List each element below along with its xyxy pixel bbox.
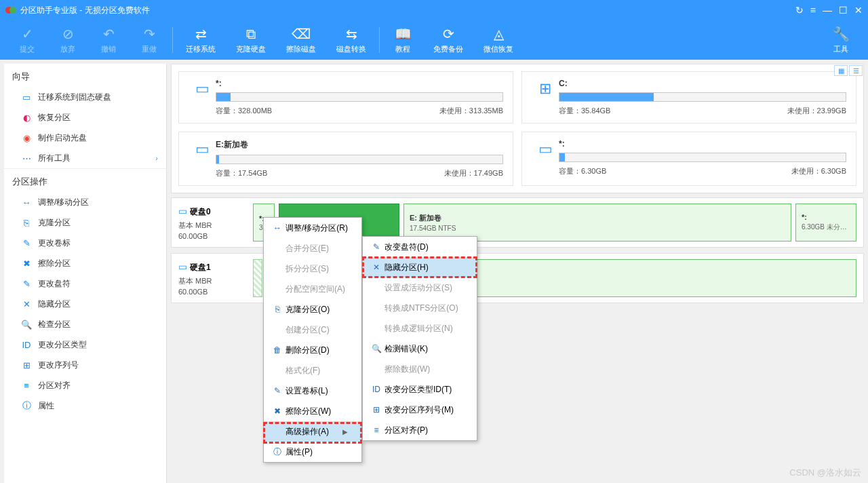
ops-item-1-icon: ⎘	[20, 218, 33, 228]
ops-item-3-icon: ✖	[20, 258, 33, 269]
menu-icon[interactable]: ≡	[810, 5, 816, 16]
menu-item[interactable]: ✕隐藏分区(H)	[363, 257, 477, 277]
convert-disk-button[interactable]: ⇆磁盘转换	[326, 22, 376, 58]
menu-item[interactable]: ⓘ属性(P)	[264, 442, 361, 462]
migrate-os-button[interactable]: ⇄迁移系统	[176, 22, 226, 58]
menu-item: 分配空闲空间(A)	[264, 279, 361, 299]
menu-item: 转换成逻辑分区(N)	[363, 318, 477, 339]
menu-item[interactable]: ⊞改变分区序列号(M)	[363, 400, 477, 420]
menu-item-label: 擦除数据(W)	[384, 364, 430, 375]
menu-item-label: 改变盘符(D)	[384, 242, 429, 253]
drive-icon: ▭	[189, 79, 216, 116]
partition-name: E:新加卷	[216, 139, 503, 151]
disk-partition[interactable]	[253, 259, 262, 297]
menu-item[interactable]: ⎘克隆分区(O)	[264, 299, 361, 320]
menu-item: 转换成NTFS分区(O)	[363, 298, 477, 318]
close-icon[interactable]: ✕	[854, 5, 863, 16]
menu-item: 拆分分区(S)	[264, 258, 361, 279]
menu-item[interactable]: ID改变分区类型ID(T)	[363, 379, 477, 400]
partition-cards: ▭ *: 容量：328.00MB未使用：313.35MB ⊞ C: 容量：35.…	[171, 64, 864, 193]
menu-item[interactable]: ↔调整/移动分区(R)	[264, 218, 361, 238]
disk-type: 基本 MBR	[178, 276, 239, 286]
wipe-disk-button[interactable]: ⌫擦除磁盘	[276, 22, 326, 58]
check-icon: ✓	[22, 26, 33, 42]
refresh-icon[interactable]: ↻	[795, 5, 804, 16]
redo-button[interactable]: ↷重做	[129, 22, 170, 58]
ops-item-10-label: 属性	[38, 400, 54, 412]
wizard-item-0[interactable]: ▭迁移系统到固态硬盘	[4, 87, 166, 107]
partition-card[interactable]: ▭ E:新加卷 容量：17.54GB未使用：17.49GB	[178, 132, 513, 186]
ops-item-4[interactable]: ✎更改盘符	[4, 273, 166, 294]
undo-button[interactable]: ↶撤销	[88, 22, 129, 58]
sidebar: 向导 ▭迁移系统到固态硬盘◐恢复分区◉制作启动光盘⋯所有工具› 分区操作 ↔调整…	[4, 64, 167, 483]
menu-item-label: 设置成活动分区(S)	[384, 282, 452, 294]
capacity-label: 容量：328.00MB	[216, 106, 272, 116]
wizard-item-0-label: 迁移系统到固态硬盘	[38, 92, 111, 103]
partition-name: C:	[559, 79, 846, 88]
ops-item-5-icon: ✕	[20, 299, 33, 309]
ops-item-8[interactable]: ⊞更改序列号	[4, 355, 166, 375]
ops-item-5[interactable]: ✕隐藏分区	[4, 294, 166, 314]
unused-label: 未使用：23.99GB	[787, 106, 846, 116]
ops-item-0-icon: ↔	[20, 197, 33, 208]
wizard-item-1[interactable]: ◐恢复分区	[4, 107, 166, 128]
ops-item-4-label: 更改盘符	[38, 278, 71, 290]
tools-button[interactable]: 🔧工具	[821, 22, 861, 58]
menu-item[interactable]: ✎改变盘符(D)	[363, 237, 477, 257]
unused-label: 未使用：17.49GB	[444, 168, 503, 178]
view-list-icon[interactable]: ☰	[849, 65, 863, 76]
tutorial-button[interactable]: 📖教程	[382, 22, 423, 58]
wizard-item-2[interactable]: ◉制作启动光盘	[4, 128, 166, 148]
ops-item-9[interactable]: ≡分区对齐	[4, 375, 166, 395]
ops-item-8-label: 更改序列号	[38, 360, 79, 371]
commit-button[interactable]: ✓提交	[7, 22, 47, 58]
disk-size: 60.00GB	[178, 288, 239, 296]
ops-item-3[interactable]: ✖擦除分区	[4, 253, 166, 273]
menu-item-label: 创建分区(C)	[285, 324, 330, 336]
minimize-icon[interactable]: —	[823, 5, 832, 16]
menu-item-label: 改变分区序列号(M)	[384, 404, 454, 416]
ops-item-6[interactable]: 🔍检查分区	[4, 314, 166, 334]
ops-item-1-label: 克隆分区	[38, 217, 71, 229]
disk-icon: ▭	[178, 206, 187, 216]
ops-item-5-label: 隐藏分区	[38, 298, 71, 310]
ops-item-0-label: 调整/移动分区	[38, 197, 89, 208]
menu-item[interactable]: ✖擦除分区(W)	[264, 401, 361, 421]
menu-item-label: 转换成逻辑分区(N)	[384, 323, 453, 334]
maximize-icon[interactable]: ☐	[839, 5, 848, 16]
convert-icon: ⇆	[346, 26, 357, 42]
wechat-recovery-button[interactable]: ◬微信恢复	[473, 22, 524, 58]
disk-type: 基本 MBR	[178, 220, 239, 231]
ops-item-0[interactable]: ↔调整/移动分区	[4, 192, 166, 212]
menu-item-icon: ⎘	[269, 305, 285, 314]
partition-card[interactable]: ▭ *: 容量：328.00MB未使用：313.35MB	[178, 71, 513, 123]
menu-item-label: 设置卷标(L)	[285, 385, 328, 397]
drives-icon: ⧉	[246, 26, 256, 42]
partition-card[interactable]: ⊞ C: 容量：35.84GB未使用：23.99GB	[521, 71, 856, 123]
menu-item[interactable]: 高级操作(A)▶	[264, 421, 361, 442]
menu-item-label: 克隆分区(O)	[285, 304, 330, 315]
unused-label: 未使用：6.30GB	[791, 166, 846, 176]
menu-item[interactable]: ≡分区对齐(P)	[363, 420, 477, 440]
ops-item-2[interactable]: ✎更改卷标	[4, 233, 166, 253]
ops-group-title: 分区操作	[4, 168, 166, 192]
partition-card[interactable]: ▭ *: 容量：6.30GB未使用：6.30GB	[521, 132, 856, 186]
menu-item[interactable]: ✎设置卷标(L)	[264, 381, 361, 401]
menu-item: 合并分区(E)	[264, 238, 361, 258]
ops-item-10[interactable]: ⓘ属性	[4, 395, 166, 416]
ops-item-2-icon: ✎	[20, 238, 33, 248]
menu-item-label: 拆分分区(S)	[285, 263, 329, 275]
ops-item-7[interactable]: ID更改分区类型	[4, 334, 166, 355]
free-backup-button[interactable]: ⟳免费备份	[423, 22, 473, 58]
chevron-right-icon: ›	[155, 154, 158, 162]
ops-item-1[interactable]: ⎘克隆分区	[4, 212, 166, 233]
wizard-item-3-icon: ⋯	[20, 153, 33, 163]
wizard-item-3[interactable]: ⋯所有工具›	[4, 148, 166, 168]
menu-item[interactable]: 🔍检测错误(K)	[363, 339, 477, 359]
clone-disk-button[interactable]: ⧉克隆硬盘	[226, 22, 276, 58]
drive-icon: ⊞	[532, 79, 559, 116]
discard-button[interactable]: ⊘放弃	[47, 22, 88, 58]
disk-partition[interactable]: *:6.30GB 未分配...	[795, 204, 856, 242]
view-grid-icon[interactable]: ▦	[834, 65, 848, 76]
menu-item[interactable]: 🗑删除分区(D)	[264, 340, 361, 360]
